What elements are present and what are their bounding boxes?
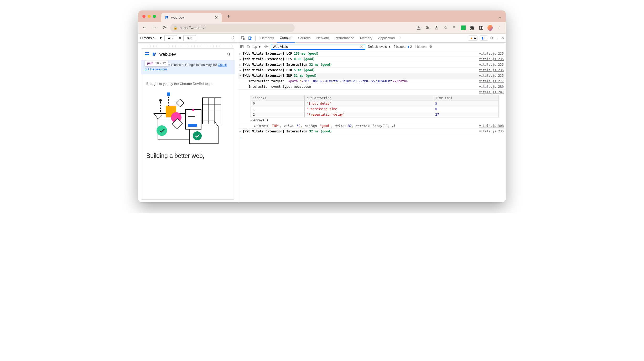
array-expander[interactable]: ▶Array(3) [240,118,504,122]
console-log-row[interactable]: ▶ [Web Vitals Extension] Interaction 32 … [238,62,506,68]
source-link[interactable]: vitals.js:235 [479,57,504,61]
zoom-icon[interactable] [425,25,430,30]
svg-rect-26 [249,37,251,39]
devtools-tab-console[interactable]: Console [277,34,295,43]
device-toggle-icon[interactable] [247,35,254,42]
hamburger-menu-icon[interactable]: ☰ [145,51,149,58]
devtools-panel: ElementsConsoleSourcesNetworkPerformance… [238,34,506,202]
expand-arrow-icon[interactable]: ▶ [239,75,242,76]
forward-button[interactable]: → [150,24,159,32]
console-prompt[interactable]: › [238,134,506,140]
browser-tab[interactable]: web.dev ✕ [161,13,222,22]
search-icon[interactable] [226,52,231,57]
back-button[interactable]: ← [140,24,149,32]
webdev-logo-icon [152,52,157,57]
console-sidebar-toggle-icon[interactable] [240,45,244,49]
console-log-row[interactable]: ▶ [Web Vitals Extension] Interaction 32 … [238,129,506,134]
svg-rect-9 [167,92,170,96]
sidepanel-icon[interactable] [479,25,484,30]
reload-button[interactable]: ⟳ [160,24,169,32]
close-devtools-button[interactable]: ✕ [501,35,504,40]
inspect-element-icon[interactable] [240,35,246,42]
webdev-favicon-icon [165,15,169,19]
close-window-button[interactable] [142,15,146,18]
devtools-tab-memory[interactable]: Memory [357,34,375,43]
devtools-tab-network[interactable]: Network [314,34,332,43]
downloads-icon[interactable] [416,25,421,30]
url-text: https://web.dev [180,26,204,30]
new-tab-button[interactable]: + [227,13,230,19]
tab-overflow-button[interactable]: ⌄ [498,14,502,19]
source-link[interactable]: vitals.js:235 [479,63,504,66]
share-icon[interactable] [434,25,439,30]
console-table: (index)subPartStringTime (ms) 0'Input de… [251,95,498,117]
expand-arrow-icon[interactable]: ▶ [240,52,241,55]
browser-toolbar-icons: ☆ ⋮ [416,25,504,30]
subheading: Brought to you by the Chrome DevRel team [146,82,230,86]
settings-gear-icon[interactable]: ⚙ [490,36,493,40]
source-link[interactable]: vitals.js:280 [479,85,504,89]
devtools-tab-sources[interactable]: Sources [295,34,313,43]
console-log-row[interactable]: ▶ [Web Vitals Extension] LCP 158 ms (goo… [238,51,506,56]
expand-arrow-icon[interactable]: ▶ [240,130,241,133]
site-name: web.dev [159,52,176,57]
source-link[interactable]: vitals.js:235 [479,130,504,133]
console-log-row[interactable]: ▶ [Web Vitals Extension] INP 32 ms (good… [238,73,506,79]
warnings-badge[interactable]: ▲4 [468,35,478,41]
svg-point-24 [193,131,202,140]
console-filter-input[interactable]: Web Vitals ⓧ [271,44,365,50]
svg-point-11 [157,125,167,136]
source-link[interactable]: vitals.js:235 [479,52,504,55]
hero-illustration [146,90,230,145]
console-object-row[interactable]: ▶{name: 'INP', value: 32, rating: 'good'… [238,123,506,129]
close-tab-button[interactable]: ✕ [215,15,218,20]
browser-menu-button[interactable]: ⋮ [496,25,502,30]
issues-summary[interactable]: 2 Issues: ▮2 [394,45,412,49]
hidden-count: 4 hidden [414,45,427,49]
devtools-tab-application[interactable]: Application [376,34,398,43]
devtools-menu-button[interactable]: ⋮ [495,36,499,40]
svg-point-17 [192,109,194,111]
svg-point-2 [227,53,230,55]
lock-icon: 🔒 [173,26,178,30]
expand-arrow-icon[interactable]: ▶ [240,63,241,66]
svg-rect-1 [479,26,483,29]
source-link[interactable]: vitals.js:308 [479,124,504,128]
extension-green-icon[interactable] [461,25,466,30]
devtools-tab-performance[interactable]: Performance [332,34,357,43]
expand-arrow-icon[interactable]: ▶ [240,58,241,61]
device-select[interactable]: Dimensio… ▼ [140,36,162,40]
device-toolbar-menu[interactable]: ⋮ [231,35,236,41]
source-link[interactable]: vitals.js:287 [479,90,504,94]
source-link[interactable]: vitals.js:235 [479,74,504,78]
dimension-separator: × [179,36,181,40]
clear-filter-icon[interactable]: ⓧ [360,44,363,49]
devtools-tab-elements[interactable]: Elements [257,34,277,43]
viewport-height-input[interactable] [183,35,196,41]
svg-rect-28 [241,45,243,48]
console-table-wrapper: vitals.js:287 (index)subPartStringTime (… [238,90,506,123]
expand-arrow-icon[interactable]: ▶ [240,69,241,72]
more-tabs-button[interactable]: » [398,36,403,40]
extensions-puzzle-icon[interactable] [470,25,475,30]
flag-icon[interactable] [452,25,457,30]
console-log-detail: Interaction event type: mousedown vitals… [238,84,506,90]
maximize-window-button[interactable] [153,15,156,18]
console-settings-icon[interactable]: ⚙ [429,45,432,49]
console-log-row[interactable]: ▶ [Web Vitals Extension] FID 5 ms (good)… [238,68,506,73]
address-bar[interactable]: 🔒 https://web.dev [170,24,295,32]
clear-console-icon[interactable] [246,45,250,49]
live-expression-icon[interactable] [264,45,268,49]
viewport-width-input[interactable] [164,35,177,41]
profile-avatar-icon[interactable] [487,25,493,30]
minimize-window-button[interactable] [148,15,151,18]
source-link[interactable]: vitals.js:235 [479,68,504,72]
source-link[interactable]: vitals.js:277 [479,79,504,83]
url-toolbar: ← → ⟳ 🔒 https://web.dev ☆ ⋮ [138,22,506,34]
console-log-row[interactable]: ▶ [Web Vitals Extension] CLS 0.00 (good)… [238,56,506,62]
log-levels-select[interactable]: Default levels ▼ [368,45,391,49]
console-output[interactable]: ▶ [Web Vitals Extension] LCP 158 ms (goo… [238,51,506,202]
bookmark-star-icon[interactable]: ☆ [443,25,448,30]
info-badge[interactable]: ▮2 [480,35,488,41]
execution-context-select[interactable]: top ▼ [253,45,261,49]
